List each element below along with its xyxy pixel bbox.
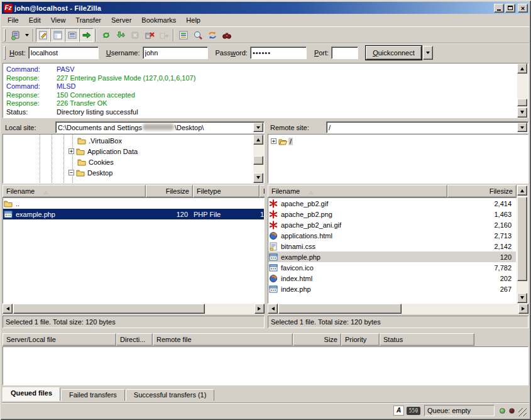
column-header-filesize[interactable]: Filesize bbox=[146, 185, 193, 197]
cancel-button[interactable] bbox=[128, 28, 142, 42]
scroll-down-button[interactable] bbox=[253, 173, 263, 183]
remote-scroll-thumb[interactable] bbox=[517, 197, 527, 281]
local-list-hscrollbar[interactable] bbox=[3, 304, 265, 314]
quickconnect-dropdown-button[interactable] bbox=[423, 46, 433, 60]
tree-item-cookies[interactable]: Cookies bbox=[68, 157, 115, 167]
column-header-size[interactable]: Size bbox=[293, 333, 341, 346]
toggle-log-button[interactable] bbox=[36, 28, 50, 42]
column-header-server-local-file[interactable]: Server/Local file bbox=[3, 333, 116, 346]
log-line-text: PASV bbox=[57, 65, 75, 74]
queue-tabs: Queued filesFailed transfersSuccessful t… bbox=[3, 387, 215, 401]
remote-list-hscrollbar[interactable] bbox=[268, 304, 528, 314]
site-manager-dropdown-button[interactable] bbox=[23, 28, 31, 42]
site-manager-button[interactable] bbox=[8, 28, 23, 42]
disconnect-button[interactable] bbox=[142, 28, 156, 42]
process-queue-button[interactable] bbox=[113, 28, 128, 42]
combo-dropdown-button[interactable] bbox=[253, 123, 263, 132]
expand-plus-icon[interactable]: + bbox=[271, 138, 276, 144]
scroll-right-button[interactable] bbox=[255, 304, 265, 314]
local-hscroll-thumb[interactable] bbox=[13, 304, 205, 314]
toggle-queue-button[interactable] bbox=[79, 28, 94, 42]
tree-item-application-data[interactable]: +Application Data bbox=[68, 146, 139, 157]
tree-item-[interactable]: +/ bbox=[271, 136, 293, 146]
column-header-filename[interactable]: Filename bbox=[3, 185, 146, 197]
file-row-example-php[interactable]: example.php120PHP File1 bbox=[3, 209, 264, 219]
filter-button[interactable] bbox=[176, 28, 190, 42]
expand-plus-icon[interactable]: + bbox=[68, 148, 74, 154]
column-header-filesize[interactable]: Filesize bbox=[447, 185, 517, 197]
refresh-button[interactable] bbox=[99, 28, 113, 42]
tree-item-label: / bbox=[288, 138, 293, 145]
resize-grip[interactable] bbox=[518, 408, 527, 416]
scroll-down-button[interactable] bbox=[517, 108, 527, 118]
column-header-status[interactable]: Status bbox=[380, 333, 474, 346]
find-files-button[interactable] bbox=[219, 28, 234, 42]
column-header-priority[interactable]: Priority bbox=[341, 333, 380, 346]
menu-item-edit[interactable]: Edit bbox=[24, 15, 46, 26]
file-row-index-php[interactable]: index.php267 bbox=[268, 284, 516, 294]
menu-item-transfer[interactable]: Transfer bbox=[70, 15, 106, 26]
column-header-filetype[interactable]: Filetype bbox=[193, 185, 260, 197]
menu-item-bookmarks[interactable]: Bookmarks bbox=[136, 15, 181, 26]
file-row-example-php[interactable]: example.php120 bbox=[268, 251, 516, 262]
tab-successful-transfers-1[interactable]: Successful transfers (1) bbox=[126, 389, 215, 401]
tree-item-virtualbox[interactable]: .VirtualBox bbox=[68, 135, 123, 146]
menu-item-help[interactable]: Help bbox=[181, 15, 205, 26]
quickconnect-button[interactable]: Quickconnect bbox=[366, 46, 422, 60]
scroll-left-button[interactable] bbox=[268, 304, 278, 314]
file-row-apache-pb2-png[interactable]: apache_pb2.png1,463 bbox=[268, 209, 516, 219]
queue-status-label: Queue: empty bbox=[427, 407, 471, 414]
file-row-[interactable]: .. bbox=[3, 198, 264, 209]
file-row-bitnami-css[interactable]: bitnami.css2,142 bbox=[268, 241, 516, 251]
scroll-right-button[interactable] bbox=[518, 304, 528, 314]
file-row-apache-pb2-ani-gif[interactable]: apache_pb2_ani.gif2,160 bbox=[268, 219, 516, 230]
toggle-local-tree-button[interactable] bbox=[50, 28, 65, 42]
toolbar-grip[interactable] bbox=[4, 29, 6, 41]
tree-item-desktop[interactable]: −Desktop bbox=[68, 167, 114, 178]
column-header-l[interactable]: L bbox=[260, 185, 265, 197]
local-tree-scrollbar[interactable] bbox=[253, 135, 264, 183]
scroll-up-button[interactable] bbox=[517, 185, 527, 196]
file-row-index-html[interactable]: index.html202 bbox=[268, 273, 516, 284]
menu-item-server[interactable]: Server bbox=[106, 15, 136, 26]
collapse-minus-icon[interactable]: − bbox=[68, 170, 74, 175]
scroll-up-button[interactable] bbox=[253, 135, 263, 145]
maximize-button[interactable] bbox=[505, 4, 515, 13]
file-row-favicon-ico[interactable]: favicon.ico7,782 bbox=[268, 262, 516, 273]
minimize-button[interactable] bbox=[494, 4, 504, 13]
data-type-indicator-icon[interactable]: A bbox=[393, 406, 404, 416]
username-input[interactable] bbox=[143, 47, 208, 59]
log-scroll-thumb[interactable] bbox=[517, 99, 527, 106]
local-path-combobox[interactable]: C:\Documents and Settings\Desktop\ bbox=[55, 121, 265, 133]
sync-browse-button[interactable] bbox=[205, 28, 219, 42]
password-input[interactable] bbox=[250, 47, 307, 59]
reconnect-button[interactable] bbox=[156, 28, 171, 42]
host-input[interactable] bbox=[28, 47, 99, 59]
combo-dropdown-button[interactable] bbox=[517, 123, 527, 132]
file-row-applications-html[interactable]: applications.html2,713 bbox=[268, 230, 516, 241]
port-input[interactable] bbox=[331, 47, 358, 59]
tab-failed-transfers[interactable]: Failed transfers bbox=[61, 389, 125, 401]
menu-item-file[interactable]: File bbox=[3, 15, 24, 26]
log-scrollbar[interactable] bbox=[517, 64, 528, 118]
close-button[interactable]: × bbox=[518, 4, 528, 13]
local-tree-scroll-thumb[interactable] bbox=[253, 156, 263, 165]
remote-path-combobox[interactable]: / bbox=[326, 121, 528, 133]
toggle-remote-tree-button[interactable] bbox=[65, 28, 79, 42]
remote-hscroll-thumb[interactable] bbox=[278, 304, 402, 314]
chevron-down-icon bbox=[25, 34, 29, 38]
compare-button[interactable] bbox=[190, 28, 205, 42]
menu-item-view[interactable]: View bbox=[46, 15, 71, 26]
queue-list[interactable] bbox=[3, 346, 528, 385]
tab-queued-files[interactable]: Queued files bbox=[3, 387, 60, 401]
column-header-filename[interactable]: Filename bbox=[268, 185, 447, 197]
quickconnect-grip[interactable] bbox=[4, 46, 6, 60]
remote-list-scrollbar[interactable] bbox=[517, 185, 528, 304]
column-header-remote-file[interactable]: Remote file bbox=[153, 333, 293, 346]
scroll-left-button[interactable] bbox=[3, 304, 13, 314]
speed-limit-icon[interactable]: 550 bbox=[407, 407, 420, 415]
column-header-directi[interactable]: Directi... bbox=[116, 333, 153, 346]
scroll-up-button[interactable] bbox=[517, 64, 527, 74]
scroll-down-button[interactable] bbox=[517, 293, 527, 303]
file-row-apache-pb2-gif[interactable]: apache_pb2.gif2,414 bbox=[268, 198, 516, 209]
